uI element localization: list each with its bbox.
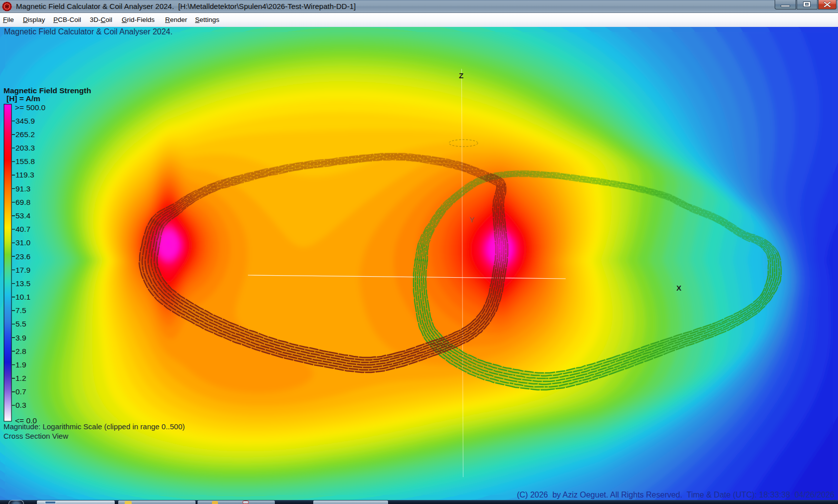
svg-text:5.5: 5.5 [15,320,26,328]
svg-text:53.4: 53.4 [15,211,31,220]
svg-text:0.7: 0.7 [15,387,26,396]
svg-text:155.8: 155.8 [15,157,35,166]
svg-text:[H] = A/m: [H] = A/m [6,94,40,103]
svg-text:3.9: 3.9 [15,334,26,342]
svg-text:10.1: 10.1 [15,293,30,301]
svg-text:Z: Z [459,71,463,80]
svg-text:265.2: 265.2 [15,130,35,139]
svg-text:X: X [676,284,681,292]
svg-text:31.0: 31.0 [15,238,31,247]
svg-text:>= 500.0: >= 500.0 [15,103,46,112]
svg-text:17.9: 17.9 [15,266,30,274]
svg-text:7.5: 7.5 [15,306,26,315]
svg-text:1.9: 1.9 [15,360,26,369]
svg-text:1.2: 1.2 [15,374,26,382]
svg-text:23.6: 23.6 [15,252,30,261]
svg-text:345.9: 345.9 [15,117,35,125]
svg-text:203.3: 203.3 [15,144,35,152]
svg-text:40.7: 40.7 [15,225,30,233]
svg-text:Magnetic Field Strength: Magnetic Field Strength [3,86,91,95]
svg-text:13.5: 13.5 [15,279,30,288]
svg-text:Magnitude: Logarithmic Scale (: Magnitude: Logarithmic Scale (clipped in… [3,422,185,431]
svg-text:69.8: 69.8 [15,198,30,206]
svg-text:Y: Y [469,215,474,224]
svg-text:Cross Section View: Cross Section View [3,432,68,440]
svg-text:119.3: 119.3 [15,170,34,179]
svg-text:0.3: 0.3 [15,401,26,409]
svg-text:91.3: 91.3 [15,184,30,193]
svg-text:2.8: 2.8 [15,347,26,355]
svg-text:(C) 2026 by Aziz Oeguet. All: (C) 2026 by Aziz Oeguet. All Rights Rese… [517,491,835,499]
svg-text:Magnetic Field Calculator & Co: Magnetic Field Calculator & Coil Analyse… [4,27,173,36]
